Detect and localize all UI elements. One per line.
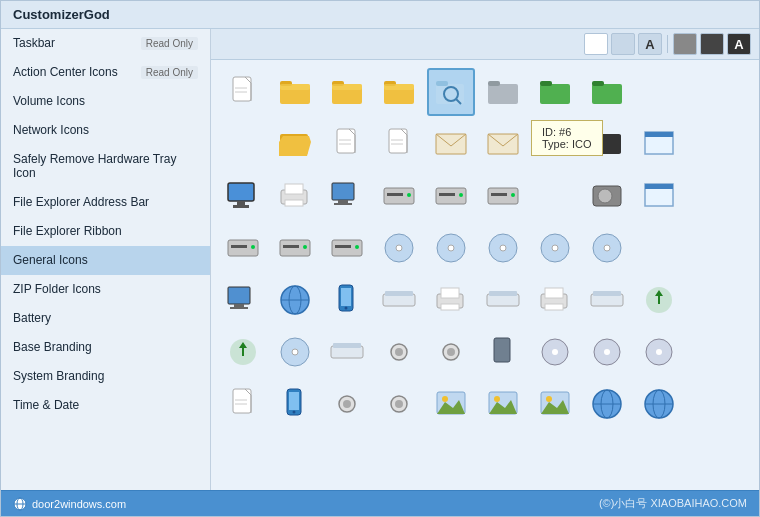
icon-svg — [485, 230, 521, 266]
icon-cell[interactable] — [531, 276, 579, 324]
icon-cell[interactable] — [531, 224, 579, 272]
app-title: CustomizerGod — [13, 7, 110, 22]
bg-white-btn[interactable] — [584, 33, 608, 55]
bg-light-btn[interactable] — [611, 33, 635, 55]
icon-cell[interactable] — [635, 276, 683, 324]
icon-cell[interactable] — [375, 68, 423, 116]
icon-cell[interactable] — [271, 224, 319, 272]
icon-cell[interactable] — [531, 328, 579, 376]
svg-rect-13 — [436, 81, 448, 86]
svg-rect-96 — [441, 288, 459, 298]
icon-cell[interactable] — [375, 380, 423, 428]
icon-cell-empty — [739, 172, 759, 220]
svg-rect-45 — [233, 205, 249, 208]
icon-cell[interactable] — [375, 224, 423, 272]
icon-cell[interactable] — [531, 380, 579, 428]
bg-gray-btn[interactable] — [673, 33, 697, 55]
bottom-link[interactable]: door2windows.com — [13, 497, 126, 511]
icon-cell[interactable] — [323, 328, 371, 376]
icon-cell[interactable] — [635, 120, 683, 168]
letter-a-dark-btn[interactable]: A — [638, 33, 662, 55]
icon-grid-container[interactable]: ID: #6 Type: ICO — [211, 60, 759, 490]
icon-cell[interactable] — [531, 68, 579, 116]
icon-cell[interactable] — [583, 276, 631, 324]
bottom-watermark: (©)小白号 XIAOBAIHAO.COM — [599, 496, 747, 511]
icon-cell[interactable] — [271, 120, 319, 168]
icon-cell[interactable] — [583, 224, 631, 272]
icon-svg — [225, 178, 261, 214]
icon-cell[interactable] — [271, 68, 319, 116]
sidebar-item-file-explorer-ribbon[interactable]: File Explorer Ribbon — [1, 217, 210, 246]
icon-svg — [225, 334, 261, 370]
icon-cell[interactable] — [219, 328, 267, 376]
icon-cell[interactable] — [583, 172, 631, 220]
sidebar-item-base-branding[interactable]: Base Branding — [1, 333, 210, 362]
icon-cell-empty — [739, 380, 759, 428]
icon-cell[interactable] — [479, 380, 527, 428]
icon-svg — [485, 282, 521, 318]
icon-cell[interactable] — [271, 172, 319, 220]
sidebar-item-taskbar[interactable]: TaskbarRead Only — [1, 29, 210, 58]
icon-cell[interactable] — [635, 328, 683, 376]
icon-cell[interactable] — [375, 328, 423, 376]
bg-dark-btn[interactable] — [700, 33, 724, 55]
icon-cell[interactable] — [427, 380, 475, 428]
icon-cell[interactable] — [323, 276, 371, 324]
svg-rect-21 — [592, 81, 604, 86]
sidebar-label: Base Branding — [13, 340, 92, 354]
icon-cell[interactable] — [323, 172, 371, 220]
icon-cell[interactable] — [375, 120, 423, 168]
icon-cell[interactable] — [323, 120, 371, 168]
letter-a-white-btn[interactable]: A — [727, 33, 751, 55]
icon-cell[interactable] — [427, 276, 475, 324]
icon-cell[interactable] — [219, 276, 267, 324]
sidebar-item-file-explorer-address[interactable]: File Explorer Address Bar — [1, 188, 210, 217]
icon-cell[interactable] — [479, 172, 527, 220]
icon-cell[interactable] — [583, 328, 631, 376]
icon-cell[interactable] — [583, 120, 631, 168]
icon-cell[interactable] — [427, 328, 475, 376]
sidebar-item-action-center[interactable]: Action Center IconsRead Only — [1, 58, 210, 87]
svg-rect-86 — [230, 307, 248, 309]
sidebar-item-volume[interactable]: Volume Icons — [1, 87, 210, 116]
sidebar-item-general-icons[interactable]: General Icons — [1, 246, 210, 275]
icon-cell[interactable] — [271, 328, 319, 376]
sidebar-item-battery[interactable]: Battery — [1, 304, 210, 333]
icon-svg — [641, 334, 677, 370]
icon-cell[interactable] — [635, 172, 683, 220]
icon-cell[interactable] — [219, 172, 267, 220]
sidebar-item-network[interactable]: Network Icons — [1, 116, 210, 145]
icon-svg — [537, 230, 573, 266]
svg-rect-47 — [285, 184, 303, 194]
icon-cell[interactable] — [323, 380, 371, 428]
icon-cell[interactable] — [479, 68, 527, 116]
icon-cell[interactable] — [479, 328, 527, 376]
icon-cell[interactable] — [375, 172, 423, 220]
icon-cell[interactable] — [583, 68, 631, 116]
icon-cell[interactable] — [583, 380, 631, 428]
sidebar-item-zip-folder[interactable]: ZIP Folder Icons — [1, 275, 210, 304]
sidebar-item-time-date[interactable]: Time & Date — [1, 391, 210, 420]
icon-cell[interactable] — [427, 172, 475, 220]
icon-cell[interactable] — [427, 68, 475, 116]
icon-cell[interactable] — [219, 380, 267, 428]
icon-cell[interactable] — [271, 276, 319, 324]
icon-cell[interactable] — [479, 224, 527, 272]
icon-cell[interactable] — [427, 224, 475, 272]
icon-cell[interactable] — [271, 380, 319, 428]
icon-cell[interactable] — [219, 68, 267, 116]
icon-cell[interactable] — [635, 380, 683, 428]
icon-cell[interactable] — [323, 224, 371, 272]
sidebar-item-system-branding[interactable]: System Branding — [1, 362, 210, 391]
svg-rect-19 — [540, 81, 552, 86]
icon-svg — [485, 74, 521, 110]
svg-rect-56 — [439, 193, 455, 196]
icon-cell[interactable] — [479, 276, 527, 324]
svg-rect-85 — [234, 304, 244, 307]
sidebar-item-safely-remove[interactable]: Safely Remove Hardware Tray Icon — [1, 145, 210, 188]
icon-cell[interactable] — [323, 68, 371, 116]
icon-cell[interactable] — [427, 120, 475, 168]
icon-cell[interactable] — [375, 276, 423, 324]
icon-cell[interactable] — [479, 120, 527, 168]
icon-cell[interactable] — [219, 224, 267, 272]
